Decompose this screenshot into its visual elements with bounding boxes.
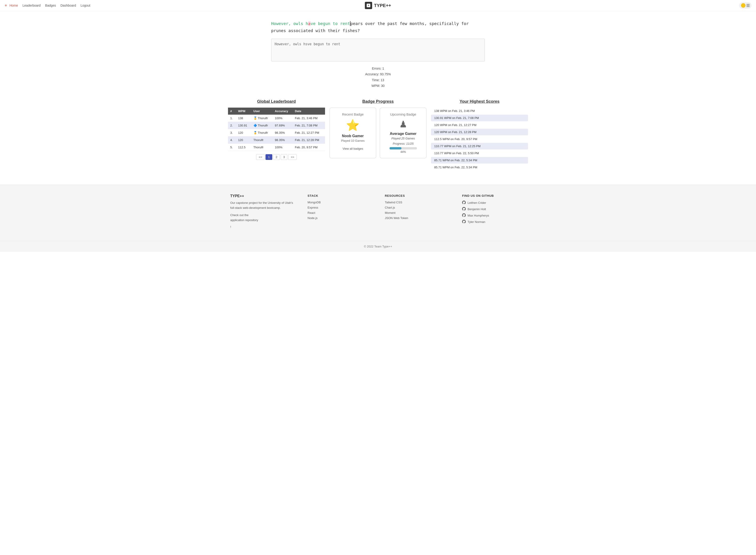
cell-user: Thorulfr [251, 136, 273, 143]
col-rank: # [228, 108, 236, 115]
page-btn[interactable]: 2 [273, 154, 280, 160]
svg-text:+: + [368, 4, 369, 7]
recent-badge-name: Noob Gamer [334, 134, 371, 138]
footer-desc: Our capstone project for the University … [230, 200, 294, 210]
cell-wpm: 138 [236, 115, 251, 122]
cell-date: Feb. 21, 7:08 PM [292, 122, 325, 129]
cell-wpm: 120 [236, 129, 251, 136]
page-btn[interactable]: 3 [281, 154, 287, 160]
high-scores-panel: Your Highest Scores 138 WPM on Feb. 21, … [431, 99, 528, 171]
resource-link[interactable]: Moment [385, 211, 448, 214]
cell-rank: 1. [228, 115, 236, 122]
footer: TYPE++ Our capstone project for the Univ… [0, 185, 756, 241]
col-user: User [251, 108, 273, 115]
footer-stack-heading: STACK [308, 194, 371, 198]
footer-resources-col: RESOURCES Tailwind CSSChart.jsMomentJSON… [385, 194, 448, 232]
github-member-name: Max Humpherys [468, 214, 489, 217]
cell-date: Feb. 21, 12:28 PM [292, 136, 325, 143]
github-members: Leithen Crider Benjamin Holt Max Humpher… [462, 201, 526, 224]
score-item: 85.71 WPM on Feb. 22, 5:34 PM [431, 157, 528, 164]
score-item: 85.71 WPM on Feb. 22, 5:34 PM [431, 164, 528, 171]
score-item: 110.77 WPM on Feb. 22, 5:50 PM [431, 150, 528, 157]
nav-badges[interactable]: Badges [45, 4, 56, 7]
footer-brand-col: TYPE++ Our capstone project for the Univ… [230, 194, 294, 232]
page-btn[interactable]: 1 [266, 154, 272, 160]
recent-badge-desc: Played 10 Games [334, 139, 371, 142]
nav-logout[interactable]: Logout [81, 4, 90, 7]
leaderboard-title: Global Leaderboard [228, 99, 325, 104]
typing-stats: Errors: 1 Accuracy: 93.75% Time: 13 WPM:… [271, 66, 485, 89]
stack-links: MongoDBExpressReactNode.js [308, 201, 371, 220]
table-row: 5. 112.5 Thorulfr 100% Feb. 20, 9:57 PM [228, 143, 325, 151]
nav-plus-icon[interactable]: + [5, 3, 7, 8]
high-scores-title: Your Highest Scores [431, 99, 528, 104]
typing-input[interactable]: However, owls hsve begun to rent [271, 39, 485, 61]
toggle-circle [741, 3, 746, 8]
github-member: Tyler Norman [462, 220, 526, 224]
github-icon [462, 201, 466, 205]
cell-date: Feb. 21, 12:27 PM [292, 129, 325, 136]
site-logo: + TYPE++ [365, 2, 391, 9]
cell-user: 🥇 Thorulfr [251, 129, 273, 136]
cell-accuracy: 98.35% [273, 136, 292, 143]
leaderboard-table: # WPM User Accuracy Date 1. 138 🥇 Thorul… [228, 108, 325, 151]
leaderboard-panel: Global Leaderboard # WPM User Accuracy D… [228, 99, 325, 171]
github-member-name: Leithen Crider [468, 201, 486, 205]
table-row: 4. 120 Thorulfr 98.35% Feb. 21, 12:28 PM [228, 136, 325, 143]
upcoming-badge-card-title: Upcoming Badge [385, 112, 422, 116]
table-row: 3. 120 🥇 Thorulfr 98.35% Feb. 21, 12:27 … [228, 129, 325, 136]
cell-accuracy: 98.35% [273, 129, 292, 136]
cell-date: Feb. 20, 9:57 PM [292, 143, 325, 151]
recent-badge-card-title: Recent Badge [334, 112, 371, 116]
github-icon [462, 207, 466, 212]
stack-link[interactable]: MongoDB [308, 201, 371, 204]
main-panels: Global Leaderboard # WPM User Accuracy D… [219, 97, 537, 180]
view-all-badges-link[interactable]: View all badges [342, 147, 363, 151]
cell-rank: 2. [228, 122, 236, 129]
badge-title: Badge Progress [330, 99, 427, 104]
github-member-name: Tyler Norman [468, 220, 485, 224]
nav-dashboard[interactable]: Dashboard [60, 4, 76, 7]
cell-rank: 3. [228, 129, 236, 136]
github-member: Leithen Crider [462, 201, 526, 205]
resource-link[interactable]: Tailwind CSS [385, 201, 448, 204]
upcoming-badge-desc: Played 25 Games [385, 137, 422, 140]
github-icon [462, 220, 466, 224]
badge-cards: Recent Badge ⭐ Noob Gamer Played 10 Game… [330, 108, 427, 158]
stack-link[interactable]: Express [308, 206, 371, 209]
footer-github-col: FIND US ON GITHUB Leithen Crider Benjami… [462, 194, 526, 232]
footer-stack-col: STACK MongoDBExpressReactNode.js [308, 194, 371, 232]
progress-bar-fill [390, 147, 401, 150]
cell-accuracy: 100% [273, 143, 292, 151]
stack-link[interactable]: React [308, 211, 371, 214]
cell-wpm: 120 [236, 136, 251, 143]
page-btn[interactable]: << [256, 154, 265, 160]
prompt-error: a [308, 21, 311, 26]
stat-accuracy: Accuracy: 93.75% [365, 72, 391, 77]
page-btn[interactable]: >> [288, 154, 297, 160]
stack-link[interactable]: Node.js [308, 216, 371, 220]
cell-accuracy: 100% [273, 115, 292, 122]
col-accuracy: Accuracy [273, 108, 292, 115]
typing-prompt: However, owls have begun to rentpears ov… [271, 20, 485, 34]
nav-links: Home Leaderboard Badges Dashboard Logout [9, 4, 90, 7]
nav-home[interactable]: Home [9, 4, 18, 7]
cell-accuracy: 97.69% [273, 122, 292, 129]
resource-link[interactable]: JSON Web Token [385, 216, 448, 220]
logo-icon: + [365, 2, 372, 9]
table-row: 2. 130.91 🔷 Thorulfr 97.69% Feb. 21, 7:0… [228, 122, 325, 129]
github-member: Max Humpherys [462, 213, 526, 218]
score-item: 138 WPM on Feb. 21, 3:46 PM [431, 108, 528, 114]
resource-link[interactable]: Chart.js [385, 206, 448, 209]
badge-panel: Badge Progress Recent Badge ⭐ Noob Gamer… [330, 99, 427, 171]
github-icon [462, 213, 466, 218]
theme-toggle[interactable] [739, 2, 751, 9]
navbar: + Home Leaderboard Badges Dashboard Logo… [0, 0, 756, 11]
footer-repo-link[interactable]: application repository [230, 218, 294, 223]
github-member: Benjamin Holt [462, 207, 526, 212]
footer-github-heading: FIND US ON GITHUB [462, 194, 526, 198]
recent-badge-card: Recent Badge ⭐ Noob Gamer Played 10 Game… [330, 108, 376, 158]
footer-brand-name: TYPE++ [230, 194, 294, 198]
cell-user: 🥇 Thorulfr [251, 115, 273, 122]
nav-leaderboard[interactable]: Leaderboard [22, 4, 41, 7]
